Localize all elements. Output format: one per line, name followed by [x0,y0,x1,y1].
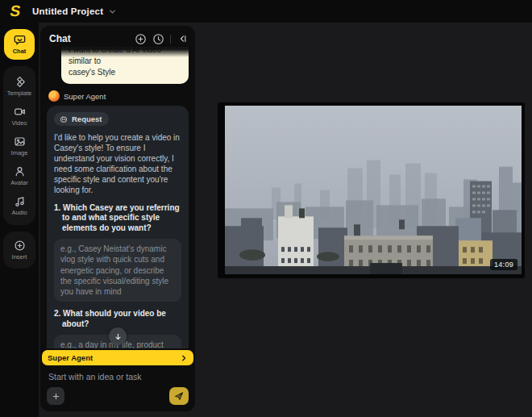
plus-icon [52,392,60,401]
new-chat-icon[interactable] [135,33,147,45]
video-camera-icon [14,106,26,118]
image-icon [14,136,26,148]
chat-composer: Super Agent Start with an idea or task [40,348,195,411]
avatar-person-icon [14,165,26,177]
agent-header-row: Super Agent [48,90,189,102]
video-frame: 14:09 [225,106,522,274]
video-timestamp: 14:09 [490,259,517,270]
video-player[interactable]: 14:09 [218,102,525,278]
composer-actions [47,387,189,405]
chat-panel: Chat I want to create a AI video similar… [40,26,195,411]
super-agent-avatar [48,90,60,102]
sidebar-item-image[interactable]: Image [3,131,35,161]
project-title[interactable]: Untitled Project [32,6,103,16]
top-bar: S Untitled Project [0,0,532,23]
arrow-down-icon [114,332,123,341]
insert-plus-circle-icon [14,240,26,252]
robot-face-icon [60,115,68,123]
sidebar-item-label: Insert [12,253,27,261]
sidebar-item-label: Avatar [10,179,28,186]
chat-bubble-icon [14,34,26,46]
composer-input[interactable]: Start with an idea or task [48,372,187,382]
left-sidebar: Chat Template Video Image [0,23,39,417]
question-1-input[interactable]: e.g., Casey Neistat's dynamic vlog style… [54,239,181,302]
sidebar-item-label: Template [7,90,31,97]
user-message-line1: I want to create a AI video similar to [69,47,181,67]
sidebar-item-avatar[interactable]: Avatar [3,161,35,191]
sidebar-tools-group: Template Video Image Avatar [3,66,35,225]
agent-intro-text: I'd like to help you create a video in C… [54,132,181,196]
super-agent-mode-bar[interactable]: Super Agent [42,350,193,365]
user-message-bubble: I want to create a AI video similar to c… [61,47,189,84]
sidebar-item-audio[interactable]: Audio [3,191,35,221]
sidebar-item-template[interactable]: Template [3,72,35,102]
city-skyline-video-still [225,106,522,274]
agent-name: Super Agent [64,92,106,101]
sidebar-item-label: Video [11,119,27,127]
chat-messages: I want to create a AI video similar to c… [40,47,195,348]
sidebar-item-label: Chat [13,48,27,55]
sidebar-item-insert[interactable]: Insert [3,231,35,269]
attach-button[interactable] [47,387,64,405]
sidebar-item-video[interactable]: Video [3,102,35,131]
sidebar-item-chat[interactable]: Chat [4,29,35,60]
chat-panel-title: Chat [49,33,135,44]
sidebar-item-label: Audio [11,209,27,216]
app-logo: S [2,2,29,20]
user-message-line2: casey's Style [69,67,181,78]
audio-note-icon [14,195,26,207]
chevron-right-icon [180,354,188,362]
header-divider [170,35,171,44]
question-1-label: 1. Which Casey are you referring to and … [54,203,181,234]
scroll-to-bottom-button[interactable] [109,327,127,345]
chevron-down-icon [108,7,117,16]
project-menu-caret[interactable] [108,7,117,16]
template-icon [14,76,26,88]
request-badge-label: Request [72,115,102,123]
chat-panel-header: Chat [40,26,195,45]
agent-message-card: Request I'd like to help you create a vi… [47,106,189,348]
request-badge: Request [54,112,109,126]
paper-plane-icon [174,391,184,401]
history-icon[interactable] [152,33,164,45]
collapse-panel-icon[interactable] [177,33,188,44]
sidebar-item-label: Image [11,149,28,156]
send-button[interactable] [169,387,189,405]
super-agent-mode-label: Super Agent [48,353,180,362]
